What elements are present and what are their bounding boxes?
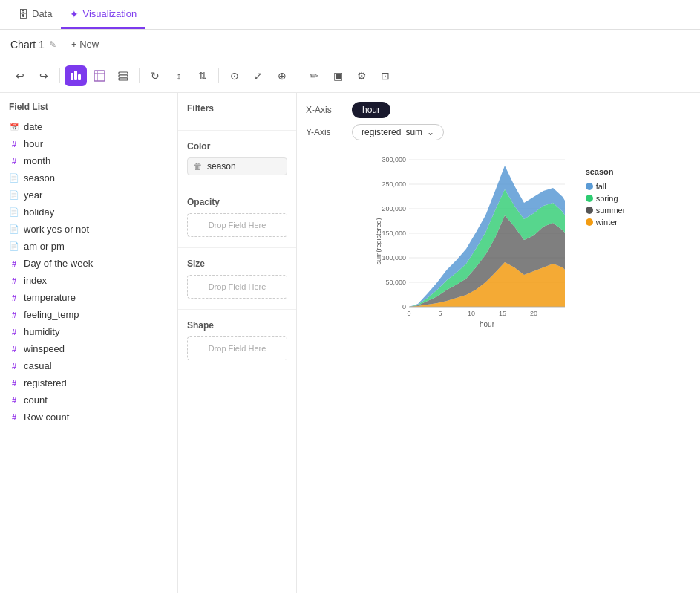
field-name-row-count: Row count <box>24 412 69 423</box>
svg-rect-6 <box>119 72 128 74</box>
field-type-hash-month: # <box>9 157 19 166</box>
legend-item-fall: fall <box>586 182 626 191</box>
visualization-tab-icon: ✦ <box>70 8 79 20</box>
field-item-work-yes-or-not[interactable]: 📄 work yes or not <box>0 221 177 238</box>
refresh-button[interactable]: ↻ <box>144 65 166 86</box>
shape-drop-zone[interactable]: Drop Field Here <box>187 336 287 360</box>
field-type-text-work: 📄 <box>9 224 19 234</box>
config-panel: Filters Color 🗑 season Opacity Drop Fiel… <box>178 93 297 593</box>
field-item-hour[interactable]: # hour <box>0 135 177 152</box>
svg-rect-1 <box>74 71 77 80</box>
trash-icon[interactable]: 🗑 <box>194 161 203 172</box>
field-item-date[interactable]: 📅 date <box>0 118 177 135</box>
legend-title: season <box>586 167 626 176</box>
field-item-am-or-pm[interactable]: 📄 am or pm <box>0 238 177 255</box>
field-name-count: count <box>24 394 48 406</box>
area-chart-svg: 300,000 250,000 200,000 150,000 100,000 … <box>372 152 580 345</box>
field-type-hash-winspeed: # <box>9 345 19 354</box>
undo-button[interactable]: ↩ <box>9 65 31 86</box>
field-item-month[interactable]: # month <box>0 152 177 169</box>
y-axis-label: Y-Axis <box>306 127 343 137</box>
svg-text:5: 5 <box>438 310 442 317</box>
field-name-casual: casual <box>24 360 52 371</box>
field-item-year[interactable]: 📄 year <box>0 186 177 204</box>
chart-container: 300,000 250,000 200,000 150,000 100,000 … <box>306 152 691 584</box>
y-axis-row: Y-Axis registered sum ⌄ <box>306 124 691 140</box>
field-name-season: season <box>24 172 55 183</box>
x-axis-field-pill[interactable]: hour <box>352 102 390 118</box>
field-item-temperature[interactable]: # temperature <box>0 289 177 306</box>
field-item-winspeed[interactable]: # winspeed <box>0 340 177 357</box>
tab-data-label: Data <box>32 8 52 19</box>
opacity-drop-zone[interactable]: Drop Field Here <box>187 213 287 237</box>
field-type-text-holiday: 📄 <box>9 207 19 217</box>
color-field-chip[interactable]: 🗑 season <box>187 157 287 175</box>
top-nav: 🗄 Data ✦ Visualization <box>0 0 700 30</box>
edit-chart-title-icon[interactable]: ✎ <box>49 39 56 50</box>
shape-title: Shape <box>187 320 287 331</box>
svg-rect-0 <box>71 73 73 80</box>
export-button[interactable]: ⊡ <box>374 65 396 86</box>
field-item-count[interactable]: # count <box>0 391 177 409</box>
field-name-registered: registered <box>24 377 67 388</box>
field-type-hash-dow: # <box>9 259 19 268</box>
field-item-season[interactable]: 📄 season <box>0 169 177 186</box>
color-field-label: season <box>207 161 236 172</box>
legend-item-summer: summer <box>586 206 626 215</box>
align-button[interactable]: ⊙ <box>223 65 246 86</box>
chart-legend: season fall spring summer winter <box>586 167 626 227</box>
field-item-row-count[interactable]: # Row count <box>0 409 177 426</box>
layers-button[interactable] <box>112 65 134 86</box>
svg-rect-2 <box>78 74 81 80</box>
size-title: Size <box>187 259 287 269</box>
opacity-section: Opacity Drop Field Here <box>178 186 296 248</box>
field-item-registered[interactable]: # registered <box>0 374 177 391</box>
chart-area: X-Axis hour Y-Axis registered sum ⌄ <box>297 93 700 593</box>
sort-asc-button[interactable]: ↕ <box>168 65 190 86</box>
svg-rect-8 <box>119 78 128 80</box>
tab-visualization[interactable]: ✦ Visualization <box>61 0 145 29</box>
field-item-holiday[interactable]: 📄 holiday <box>0 204 177 221</box>
y-axis-select[interactable]: registered sum ⌄ <box>352 124 444 140</box>
chart-title-bar: Chart 1 ✎ + New <box>0 30 700 59</box>
legend-item-spring: spring <box>586 194 626 203</box>
chart-type-button[interactable] <box>65 65 87 86</box>
svg-text:250,000: 250,000 <box>382 181 406 188</box>
y-axis-field: registered <box>362 127 401 137</box>
size-drop-zone[interactable]: Drop Field Here <box>187 275 287 299</box>
main-layout: Field List 📅 date # hour # month 📄 seaso… <box>0 93 700 593</box>
size-section: Size Drop Field Here <box>178 248 296 310</box>
redo-button[interactable]: ↪ <box>33 65 55 86</box>
field-name-hour: hour <box>24 138 43 149</box>
sort-desc-button[interactable]: ⇅ <box>192 65 214 86</box>
chevron-down-icon: ⌄ <box>427 127 434 137</box>
brush-button[interactable]: ✏ <box>303 65 325 86</box>
expand-button[interactable]: ⤢ <box>247 65 269 86</box>
legend-dot-fall <box>586 183 593 190</box>
field-item-casual[interactable]: # casual <box>0 357 177 374</box>
svg-rect-3 <box>94 71 105 81</box>
data-tab-icon: 🗄 <box>18 8 28 20</box>
field-item-day-of-week[interactable]: # Day of the week <box>0 255 177 272</box>
field-item-humidity[interactable]: # humidity <box>0 323 177 340</box>
color-title: Color <box>187 141 287 152</box>
table-button[interactable] <box>88 65 111 86</box>
field-type-hash-humidity: # <box>9 328 19 336</box>
field-item-feeling-temp[interactable]: # feeling_temp <box>0 306 177 323</box>
legend-dot-spring <box>586 195 593 202</box>
svg-text:15: 15 <box>499 310 506 317</box>
field-name-holiday: holiday <box>24 207 54 218</box>
field-type-date-icon: 📅 <box>9 123 19 131</box>
settings-button[interactable]: ⚙ <box>350 65 373 86</box>
legend-label-winter: winter <box>596 218 618 227</box>
field-name-work-yes-or-not: work yes or not <box>24 224 89 235</box>
filters-title: Filters <box>187 103 287 114</box>
new-chart-button[interactable]: + New <box>65 37 105 51</box>
image-button[interactable]: ▣ <box>327 65 349 86</box>
field-type-hash-registered: # <box>9 379 19 388</box>
field-item-index[interactable]: # index <box>0 272 177 289</box>
tab-data[interactable]: 🗄 Data <box>9 0 61 29</box>
select-button[interactable]: ⊕ <box>271 65 293 86</box>
field-name-index: index <box>24 275 47 286</box>
svg-text:100,000: 100,000 <box>382 254 406 261</box>
